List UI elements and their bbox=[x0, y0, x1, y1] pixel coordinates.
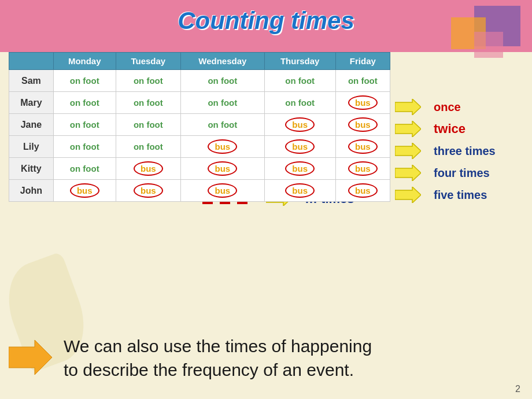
cell-fri: bus bbox=[335, 136, 390, 158]
on-foot-text: on foot bbox=[70, 76, 99, 86]
arrow-empty bbox=[390, 74, 425, 96]
bottom-text-line1: We can also use the times of happening bbox=[64, 337, 372, 356]
table-row: Maryon footon footon footon footbus bbox=[9, 92, 390, 114]
bus-oval: bus bbox=[285, 139, 315, 154]
bus-oval: bus bbox=[348, 161, 378, 176]
table-header-row: Monday Tuesday Wednesday Thursday Friday bbox=[9, 53, 390, 70]
page-title: Counting times bbox=[0, 7, 532, 35]
on-foot-text: on foot bbox=[208, 120, 237, 130]
cell-wed: bus bbox=[180, 158, 264, 180]
cell-thu: bus bbox=[264, 180, 335, 202]
cell-name: Sam bbox=[9, 70, 54, 92]
bus-oval: bus bbox=[348, 183, 378, 198]
bus-oval: bus bbox=[285, 117, 315, 132]
arrow-row-2 bbox=[390, 140, 425, 162]
arrow-yellow-icon bbox=[395, 121, 421, 137]
frequency-table: Monday Tuesday Wednesday Thursday Friday… bbox=[9, 52, 390, 202]
bus-oval: bus bbox=[285, 161, 315, 176]
svg-marker-6 bbox=[9, 340, 52, 375]
svg-marker-0 bbox=[395, 99, 421, 115]
cell-wed: on foot bbox=[180, 92, 264, 114]
cell-tue: on foot bbox=[116, 114, 180, 136]
arrow-yellow-icon bbox=[395, 187, 421, 203]
main-content: Monday Tuesday Wednesday Thursday Friday… bbox=[9, 52, 523, 206]
cell-name: Kitty bbox=[9, 158, 54, 180]
data-table-container: Monday Tuesday Wednesday Thursday Friday… bbox=[9, 52, 390, 202]
svg-marker-2 bbox=[395, 143, 421, 159]
cell-thu: bus bbox=[264, 136, 335, 158]
bottom-section: We can also use the times of happening t… bbox=[9, 335, 523, 382]
cell-mon: bus bbox=[53, 180, 116, 202]
on-foot-text: on foot bbox=[134, 142, 163, 152]
arrow-row-3 bbox=[390, 162, 425, 184]
bus-oval: bus bbox=[348, 117, 378, 132]
on-foot-text: on foot bbox=[134, 98, 163, 108]
on-foot-text: on foot bbox=[208, 98, 237, 108]
cell-tue: bus bbox=[116, 180, 180, 202]
cell-tue: on foot bbox=[116, 136, 180, 158]
arrow-yellow-icon bbox=[395, 143, 421, 159]
cell-name: Lily bbox=[9, 136, 54, 158]
bus-oval: bus bbox=[348, 95, 378, 110]
arrow-row-4 bbox=[390, 184, 425, 206]
col-header-friday: Friday bbox=[335, 53, 390, 70]
bus-oval: bus bbox=[70, 183, 99, 198]
cell-tue: bus bbox=[116, 158, 180, 180]
cell-thu: on foot bbox=[264, 92, 335, 114]
cell-fri: bus bbox=[335, 180, 390, 202]
cell-mon: on foot bbox=[53, 136, 116, 158]
orange-arrow-big bbox=[9, 340, 52, 377]
svg-marker-4 bbox=[395, 187, 421, 203]
cell-thu: bus bbox=[264, 114, 335, 136]
bus-oval: bus bbox=[285, 183, 315, 198]
svg-marker-1 bbox=[395, 121, 421, 137]
on-foot-text: on foot bbox=[70, 142, 99, 152]
table-row: Samon footon footon footon footon foot bbox=[9, 70, 390, 92]
cell-fri: bus bbox=[335, 158, 390, 180]
cell-name: Jane bbox=[9, 114, 54, 136]
svg-marker-3 bbox=[395, 165, 421, 181]
bus-oval: bus bbox=[134, 161, 163, 176]
cell-thu: bus bbox=[264, 158, 335, 180]
cell-wed: on foot bbox=[180, 70, 264, 92]
on-foot-text: on foot bbox=[285, 98, 315, 108]
col-header-tuesday: Tuesday bbox=[116, 53, 180, 70]
on-foot-text: on foot bbox=[70, 98, 99, 108]
cell-tue: on foot bbox=[116, 92, 180, 114]
on-foot-text: on foot bbox=[70, 120, 99, 130]
bus-oval: bus bbox=[348, 139, 378, 154]
cell-mon: on foot bbox=[53, 92, 116, 114]
col-header-name bbox=[9, 53, 54, 70]
cell-name: Mary bbox=[9, 92, 54, 114]
cell-wed: bus bbox=[180, 180, 264, 202]
arrow-row-1 bbox=[390, 118, 425, 140]
cell-tue: on foot bbox=[116, 70, 180, 92]
arrow-row-0 bbox=[390, 96, 425, 118]
cell-mon: on foot bbox=[53, 158, 116, 180]
cell-fri: on foot bbox=[335, 70, 390, 92]
bus-oval: bus bbox=[208, 183, 237, 198]
bottom-text: We can also use the times of happening t… bbox=[64, 335, 372, 382]
cell-fri: bus bbox=[335, 92, 390, 114]
bus-oval: bus bbox=[208, 161, 237, 176]
arrows-column bbox=[390, 74, 425, 206]
page-number: 2 bbox=[515, 384, 520, 394]
on-foot-text: on foot bbox=[208, 76, 237, 86]
bus-oval: bus bbox=[208, 139, 237, 154]
col-header-thursday: Thursday bbox=[264, 53, 335, 70]
table-row: Johnbusbusbusbusbus bbox=[9, 180, 390, 202]
on-foot-text: on foot bbox=[348, 76, 378, 86]
bottom-text-line2: to describe the frequency of an event. bbox=[64, 360, 354, 379]
cell-name: John bbox=[9, 180, 54, 202]
col-header-wednesday: Wednesday bbox=[180, 53, 264, 70]
cell-thu: on foot bbox=[264, 70, 335, 92]
bus-oval: bus bbox=[134, 183, 163, 198]
cell-mon: on foot bbox=[53, 70, 116, 92]
on-foot-text: on foot bbox=[285, 76, 315, 86]
table-row: Janeon footon footon footbusbus bbox=[9, 114, 390, 136]
cell-mon: on foot bbox=[53, 114, 116, 136]
table-row: Lilyon footon footbusbusbus bbox=[9, 136, 390, 158]
cell-fri: bus bbox=[335, 114, 390, 136]
table-row: Kittyon footbusbusbusbus bbox=[9, 158, 390, 180]
cell-wed: on foot bbox=[180, 114, 264, 136]
